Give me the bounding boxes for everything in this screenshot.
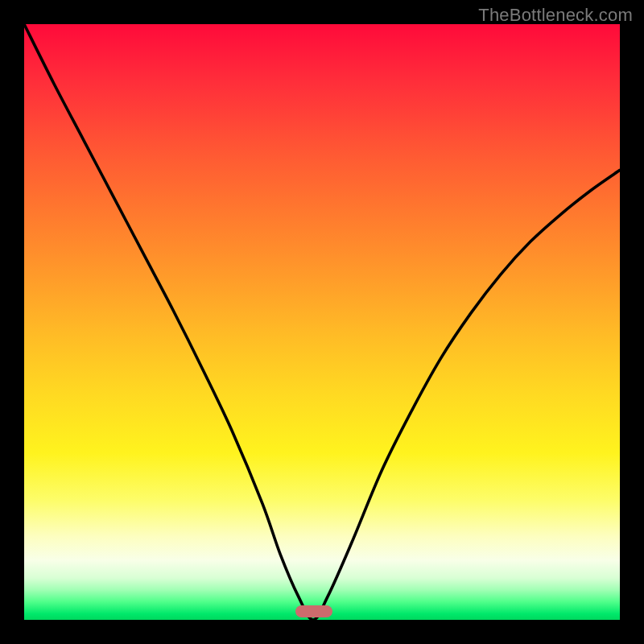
bottleneck-curve — [24, 24, 620, 620]
optimal-marker — [295, 605, 332, 617]
plot-area — [24, 24, 620, 620]
bottleneck-curve-path — [24, 24, 620, 620]
watermark-text: TheBottleneck.com — [478, 5, 633, 26]
chart-frame: TheBottleneck.com — [0, 0, 644, 644]
